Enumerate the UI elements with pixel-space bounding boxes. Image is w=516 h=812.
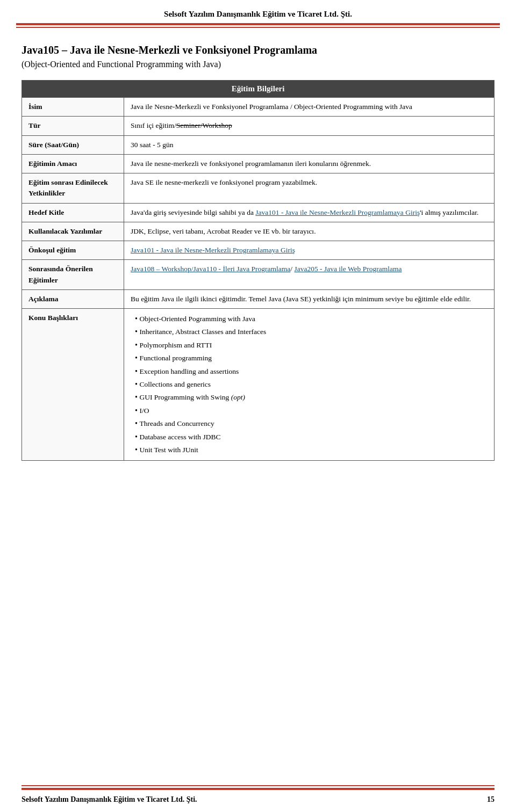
table-row: Hedef Kitle Java'da giriş seviyesinde bi… [22,203,494,222]
page: Selsoft Yazılım Danışmanlık Eğitim ve Ti… [0,0,516,812]
row-label-konu: Konu Başlıkları [22,309,124,461]
row-label-onkosul: Önkoşul eğitim [22,241,124,260]
info-table: Eğitim Bilgileri İsim Java ile Nesne-Mer… [22,80,494,461]
table-row: Sonrasında Önerilen Eğitimler Java108 – … [22,260,494,290]
list-item: I/O [135,404,488,417]
list-item: Inheritance, Abstract Classes and Interf… [135,325,488,338]
opt-label: (opt) [231,393,245,401]
strikethrough-seminer: Seminer/Workshop [176,121,232,129]
table-row: Kullanılacak Yazılımlar JDK, Eclipse, ve… [22,222,494,241]
list-item: Collections and generics [135,378,488,391]
row-value-amac: Java ile nesne-merkezli ve fonksiyonel p… [124,154,494,173]
row-value-onkosul: Java101 - Java ile Nesne-Merkezli Progra… [124,241,494,260]
row-value-isim: Java ile Nesne-Merkezli ve Fonksiyonel P… [124,98,494,117]
row-label-tur: Tür [22,117,124,135]
header-title: Selsoft Yazılım Danışmanlık Eğitim ve Ti… [22,10,494,19]
list-item: Database access with JDBC [135,431,488,444]
row-value-konu: Object-Oriented Pogramming with Java Inh… [124,309,494,461]
page-header: Selsoft Yazılım Danışmanlık Eğitim ve Ti… [0,0,516,23]
row-label-yazilim: Kullanılacak Yazılımlar [22,222,124,241]
row-value-sure: 30 saat - 5 gün [124,135,494,154]
footer-bottom: Selsoft Yazılım Danışmanlık Eğitim ve Ti… [22,790,494,804]
row-value-hedef: Java'da giriş seviyesinde bilgi sahibi y… [124,203,494,222]
row-label-yetkinlik: Eğitim sonrası Edinilecek Yetkinlikler [22,173,124,204]
list-item: Object-Oriented Pogramming with Java [135,313,488,325]
link-java205[interactable]: Java205 - Java ile Web Programlama [294,265,402,273]
course-subtitle: (Object-Oriented and Functional Programm… [22,60,494,69]
footer-dividers [22,785,494,790]
main-content: Java105 – Java ile Nesne-Merkezli ve Fon… [0,28,516,778]
footer-title: Selsoft Yazılım Danışmanlık Eğitim ve Ti… [22,795,197,804]
row-label-hedef: Hedef Kitle [22,203,124,222]
row-value-yazilim: JDK, Eclipse, veri tabanı, Acrobat Reade… [124,222,494,241]
header-dividers [16,23,500,28]
row-label-aciklama: Açıklama [22,289,124,308]
konu-bullet-list: Object-Oriented Pogramming with Java Inh… [131,313,488,456]
table-row: Tür Sınıf içi eğitim/Seminer/Workshop [22,117,494,135]
list-item: Exception handling and assertions [135,365,488,378]
page-footer: Selsoft Yazılım Danışmanlık Eğitim ve Ti… [0,778,516,812]
footer-page-number: 15 [487,795,494,804]
row-label-sure: Süre (Saat/Gün) [22,135,124,154]
table-row: Eğitimin Amacı Java ile nesne-merkezli v… [22,154,494,173]
list-item: Polymorphism and RTTI [135,339,488,352]
row-value-tur: Sınıf içi eğitim/Seminer/Workshop [124,117,494,135]
table-row: Önkoşul eğitim Java101 - Java ile Nesne-… [22,241,494,260]
row-value-yetkinlik: Java SE ile nesne-merkezli ve fonksiyone… [124,173,494,204]
course-title: Java105 – Java ile Nesne-Merkezli ve Fon… [22,44,494,56]
row-value-sonrasinda: Java108 – Workshop/Java110 - İleri Java … [124,260,494,290]
table-row: Süre (Saat/Gün) 30 saat - 5 gün [22,135,494,154]
divider-thick-top [16,23,500,25]
row-label-sonrasinda: Sonrasında Önerilen Eğitimler [22,260,124,290]
list-item: Threads and Concurrency [135,417,488,430]
table-row: İsim Java ile Nesne-Merkezli ve Fonksiyo… [22,98,494,117]
link-java101-hedef[interactable]: Java101 - Java ile Nesne-Merkezli Progra… [255,208,420,216]
table-row: Konu Başlıkları Object-Oriented Pogrammi… [22,309,494,461]
link-java108[interactable]: Java108 – Workshop/Java110 - İleri Java … [131,265,290,273]
row-label-amac: Eğitimin Amacı [22,154,124,173]
table-row: Açıklama Bu eğitim Java ile ilgili ikinc… [22,289,494,308]
list-item: Unit Test with JUnit [135,444,488,456]
table-header: Eğitim Bilgileri [22,81,494,98]
list-item: GUI Programming with Swing (opt) [135,391,488,404]
row-value-aciklama: Bu eğitim Java ile ilgili ikinci eğitimd… [124,289,494,308]
list-item: Functional programming [135,352,488,365]
row-label-isim: İsim [22,98,124,117]
link-java101-onkosul[interactable]: Java101 - Java ile Nesne-Merkezli Progra… [131,246,295,254]
table-row: Eğitim sonrası Edinilecek Yetkinlikler J… [22,173,494,204]
divider-thin-bottom [22,785,494,786]
